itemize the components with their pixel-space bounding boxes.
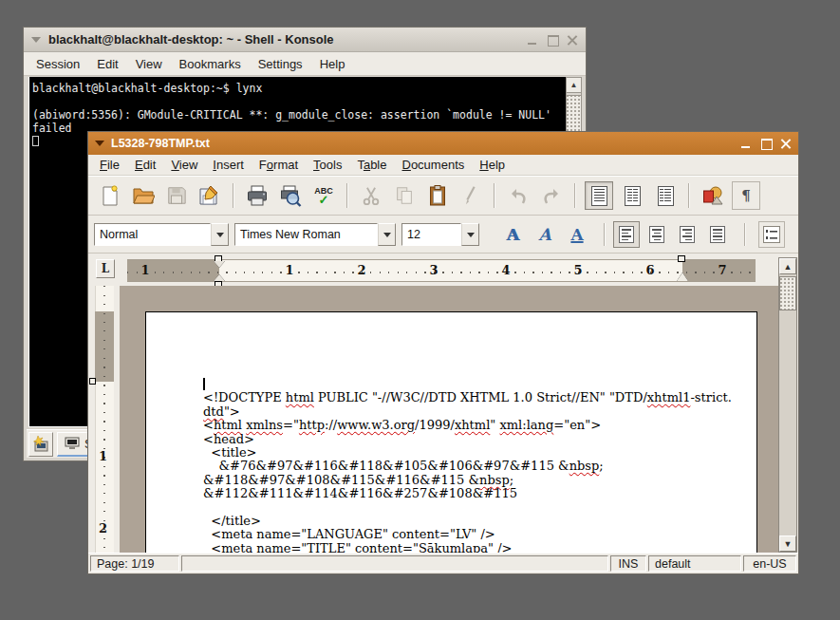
spellcheck-button[interactable]: ABC ✓ [309,181,338,210]
terminal-line: (abiword:5356): GModule-CRITICAL **: g_m… [32,108,563,122]
copy-button[interactable] [390,181,419,210]
menu-tools[interactable]: Tools [306,158,349,172]
open-button[interactable] [129,181,158,210]
align-left-button[interactable] [613,221,640,248]
spellcheck-icon: ABC ✓ [314,187,333,204]
chevron-down-icon[interactable] [461,223,479,246]
menu-file[interactable]: File [92,158,127,172]
right-margin-marker[interactable] [678,255,685,262]
print-preview-button[interactable] [276,181,305,210]
align-right-button[interactable] [674,221,700,248]
toolbar-separator [494,183,495,208]
chevron-down-icon[interactable] [211,223,229,246]
close-icon[interactable] [780,138,792,149]
underline-button[interactable]: A [564,221,590,248]
close-icon[interactable] [567,34,578,46]
scroll-up-icon[interactable]: ▲ [779,258,796,274]
undo-button[interactable] [504,181,532,210]
minimize-icon[interactable] [527,34,538,46]
menu-bookmarks[interactable]: Bookmarks [171,57,250,71]
print-button[interactable] [243,181,271,210]
toolbar-separator [233,183,234,208]
menu-help[interactable]: Help [472,158,513,172]
menu-edit[interactable]: Edit [88,57,126,71]
scrollbar-thumb[interactable] [779,276,796,310]
formatting-toolbar: Normal Times New Roman 12 A A A [88,216,798,254]
menu-documents[interactable]: Documents [395,158,473,172]
right-indent-marker[interactable] [677,272,688,281]
abiword-titlebar[interactable]: L5328-798TMP.txt [88,132,798,155]
menu-session[interactable]: Session [28,57,88,71]
bold-button[interactable]: A [499,221,526,248]
stylus-button[interactable] [457,181,485,210]
ruler-number: 3 [429,263,438,277]
menu-view[interactable]: View [127,57,171,71]
menu-view[interactable]: View [163,158,205,172]
misspelled-word: http [299,418,325,432]
menu-help[interactable]: Help [311,57,354,71]
italic-button[interactable]: A [532,221,558,248]
save-as-button[interactable] [196,181,224,210]
menu-table[interactable]: Table [349,158,394,172]
align-justify-button[interactable] [704,221,731,248]
save-icon [166,185,187,206]
new-document-button[interactable] [96,181,124,210]
ruler-number: 5 [573,263,582,277]
new-session-button[interactable] [28,432,53,457]
scroll-down-icon[interactable]: ▼ [779,535,796,552]
ruler-number: 6 [645,263,654,277]
scroll-up-icon[interactable]: ▲ [567,78,581,93]
window-menu-icon[interactable] [95,141,104,146]
menu-edit[interactable]: Edit [127,158,163,172]
insert-mode-indicator[interactable]: INS [610,555,646,572]
document-text[interactable]: <!DOCTYPE html PUBLIC "-//W3C//DTD XHTML… [203,378,743,554]
font-combobox[interactable]: Times New Roman [234,223,396,246]
font-value[interactable]: Times New Roman [234,223,378,246]
font-size-combobox[interactable]: 12 [401,223,479,246]
save-button[interactable] [162,181,191,210]
menu-format[interactable]: Format [252,158,306,172]
font-size-value[interactable]: 12 [401,223,461,246]
abiword-menubar: FileEditViewInsertFormatToolsTableDocume… [88,155,798,176]
maximize-icon[interactable] [547,34,558,46]
new-session-icon [31,435,50,454]
toolbar-separator [688,183,690,208]
style-combobox[interactable]: Normal [94,223,229,246]
show-formatting-marks-button[interactable]: ¶ [732,181,760,210]
top-margin-marker[interactable] [89,378,96,385]
menu-insert[interactable]: Insert [205,158,252,172]
document-line: dtd"> [203,405,743,419]
tab-stop-icon: L [102,262,109,275]
misspelled-word: xhtml1 [647,390,691,404]
document-page[interactable]: <!DOCTYPE html PUBLIC "-//W3C//DTD XHTML… [145,311,757,554]
chevron-down-icon[interactable] [378,223,396,246]
misspelled-word: html [286,390,314,404]
align-center-button[interactable] [644,221,670,248]
abiword-window[interactable]: L5328-798TMP.txt FileEditViewInsertForma… [87,131,799,574]
document-scrollbar[interactable]: ▲ ▼ [778,257,797,553]
style-indicator[interactable]: default [648,555,741,572]
menu-settings[interactable]: Settings [250,57,311,71]
language-indicator[interactable]: en-US [743,555,796,572]
tab-stop-selector[interactable]: L [96,259,115,278]
insert-image-button[interactable] [699,181,727,210]
maximize-icon[interactable] [760,138,772,149]
undo-icon [507,184,530,207]
document-line: &#76&#97&#116&#118&#105&#106&#97&#115 &n… [203,460,743,473]
redo-button[interactable] [537,181,566,210]
style-value[interactable]: Normal [94,223,211,246]
numbered-list-button[interactable] [758,221,785,248]
minimize-icon[interactable] [740,138,752,149]
document-line: <html xmlns="http://www.w3.org/1999/xhtm… [203,419,743,432]
misspelled-word: nbsp [479,473,510,487]
view-two-columns-button[interactable] [618,181,646,210]
view-normal-button[interactable] [585,181,613,210]
document-canvas[interactable]: <!DOCTYPE html PUBLIC "-//W3C//DTD XHTML… [120,286,778,554]
window-menu-icon[interactable] [31,37,41,43]
one-column-icon [591,186,607,206]
konsole-titlebar[interactable]: blackhalt@blackhalt-desktop: ~ - Shell -… [24,28,586,52]
copy-icon [394,185,415,206]
view-three-columns-button[interactable] [651,181,680,210]
cut-button[interactable] [357,181,385,210]
paste-button[interactable] [423,181,452,210]
